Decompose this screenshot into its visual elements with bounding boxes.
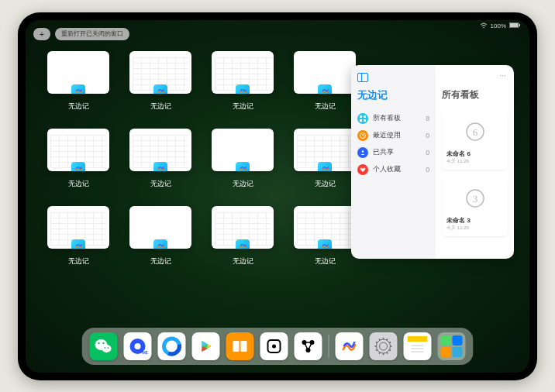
thumbnail-preview [129, 129, 191, 171]
window-thumbnail[interactable]: 无边记 [129, 129, 191, 189]
expanded-window-card[interactable]: ··· 无边记 所有看板 8 最近使用 0 已共享 0 个人收藏 0 所有看板 … [351, 65, 514, 259]
svg-line-44 [387, 339, 388, 340]
window-thumbnail[interactable]: 无边记 [294, 129, 356, 189]
new-window-button[interactable]: + [33, 28, 50, 40]
svg-rect-25 [233, 341, 240, 352]
thumbnail-preview [212, 129, 274, 171]
board-preview: 6 [446, 115, 503, 148]
thumbnail-label: 无边记 [68, 256, 89, 266]
sidebar-item-share[interactable]: 已共享 0 [357, 144, 429, 161]
wifi-icon [480, 22, 488, 30]
thumbnail-label: 无边记 [68, 101, 89, 112]
thumbnail-label: 无边记 [150, 256, 171, 266]
ipad-device: 100% + 重新打开已关闭的窗口 无边记 无边记 无边记 [18, 12, 537, 380]
clock-icon [357, 130, 368, 141]
screen: 100% + 重新打开已关闭的窗口 无边记 无边记 无边记 [26, 20, 529, 373]
svg-text:6: 6 [472, 126, 477, 138]
svg-point-21 [135, 343, 141, 349]
svg-line-36 [387, 352, 388, 353]
thumbnail-label: 无边记 [233, 179, 253, 189]
sidebar-toggle-icon[interactable] [357, 73, 368, 82]
freeform-app-icon [71, 162, 85, 171]
window-thumbnail[interactable]: 无边记 [212, 206, 274, 266]
settings-app-icon[interactable] [370, 332, 398, 360]
battery-text: 100% [491, 22, 506, 29]
board-title: 未命名 6 [446, 150, 503, 158]
svg-rect-46 [408, 336, 428, 342]
reopen-closed-window-button[interactable]: 重新打开已关闭的窗口 [55, 28, 129, 40]
play-app-icon[interactable] [192, 332, 220, 360]
books-app-icon[interactable] [226, 332, 254, 360]
svg-rect-6 [360, 119, 362, 122]
window-grid: 无边记 无边记 无边记 无边记 无边记 无边记 无边记 无边记 [47, 51, 356, 266]
share-icon [357, 147, 368, 158]
board-item[interactable]: 6 未命名 6 今天 11:26 [442, 111, 508, 170]
browser2-app-icon[interactable] [158, 332, 186, 360]
nav-count: 8 [426, 115, 429, 122]
svg-point-16 [98, 342, 99, 343]
window-thumbnail[interactable]: 无边记 [47, 206, 109, 266]
sidebar-item-heart[interactable]: 个人收藏 0 [357, 161, 429, 178]
thumbnail-label: 无边记 [315, 256, 336, 266]
reopen-label: 重新打开已关闭的窗口 [61, 29, 123, 38]
sidebar-item-clock[interactable]: 最近使用 0 [357, 127, 429, 144]
svg-rect-5 [364, 115, 366, 118]
freeform-app-icon [71, 239, 85, 249]
freeform-app-icon [236, 239, 250, 249]
freeform-app-icon [71, 84, 85, 94]
board-item[interactable]: 3 未命名 3 今天 11:25 [442, 177, 508, 236]
board-subtitle: 今天 11:26 [446, 158, 503, 165]
dice-app-icon[interactable] [260, 332, 288, 360]
window-thumbnail[interactable]: 无边记 [47, 129, 109, 189]
battery-icon [509, 22, 520, 29]
window-thumbnail[interactable]: 无边记 [47, 51, 109, 112]
thumbnail-preview [212, 206, 274, 249]
app-library-folder[interactable] [438, 332, 466, 360]
more-icon[interactable]: ··· [500, 71, 506, 80]
svg-text:HD: HD [143, 350, 148, 355]
window-thumbnail[interactable]: 无边记 [129, 206, 191, 266]
thumbnail-preview [47, 51, 109, 94]
freeform-app-icon[interactable] [336, 332, 364, 360]
window-thumbnail[interactable]: 无边记 [212, 51, 274, 112]
thumbnail-label: 无边记 [315, 179, 336, 189]
svg-line-35 [389, 349, 391, 350]
thumbnail-preview [47, 129, 109, 171]
browser1-app-icon[interactable]: HD [124, 332, 152, 360]
nav-label: 已共享 [373, 147, 394, 157]
svg-line-38 [379, 352, 380, 353]
board-subtitle: 今天 11:25 [446, 225, 503, 232]
window-thumbnail[interactable]: 无边记 [294, 51, 356, 112]
thumbnail-label: 无边记 [233, 256, 253, 266]
svg-line-45 [389, 342, 391, 342]
content-title: 所有看板 [442, 88, 508, 101]
nav-count: 0 [426, 149, 429, 156]
dock: HD [82, 328, 474, 365]
freeform-app-icon [236, 162, 250, 171]
dock-separator [329, 335, 329, 358]
card-content: 所有看板 6 未命名 6 今天 11:26 3 未命名 3 今天 11:25 [436, 65, 514, 259]
heart-icon [357, 164, 368, 175]
window-thumbnail[interactable]: 无边记 [129, 51, 191, 112]
window-thumbnail[interactable]: 无边记 [212, 129, 274, 189]
thumbnail-preview [212, 51, 274, 94]
wechat-app-icon[interactable] [90, 332, 118, 360]
thumbnail-preview [129, 206, 191, 249]
svg-rect-2 [510, 23, 518, 27]
window-thumbnail[interactable]: 无边记 [294, 206, 356, 266]
svg-rect-7 [364, 119, 366, 122]
grid-icon [357, 113, 368, 124]
status-bar: 100% [480, 22, 520, 30]
freeform-app-icon [153, 162, 167, 171]
notes-app-icon[interactable] [404, 332, 432, 360]
thumbnail-preview [294, 206, 356, 249]
svg-point-19 [108, 347, 109, 349]
svg-point-15 [102, 345, 112, 352]
svg-line-42 [379, 339, 380, 340]
nav-count: 0 [426, 132, 429, 139]
svg-point-17 [102, 342, 104, 343]
sidebar-item-grid[interactable]: 所有看板 8 [357, 110, 429, 127]
connect-app-icon[interactable] [295, 332, 322, 360]
svg-rect-4 [360, 115, 362, 118]
freeform-app-icon [318, 162, 332, 171]
